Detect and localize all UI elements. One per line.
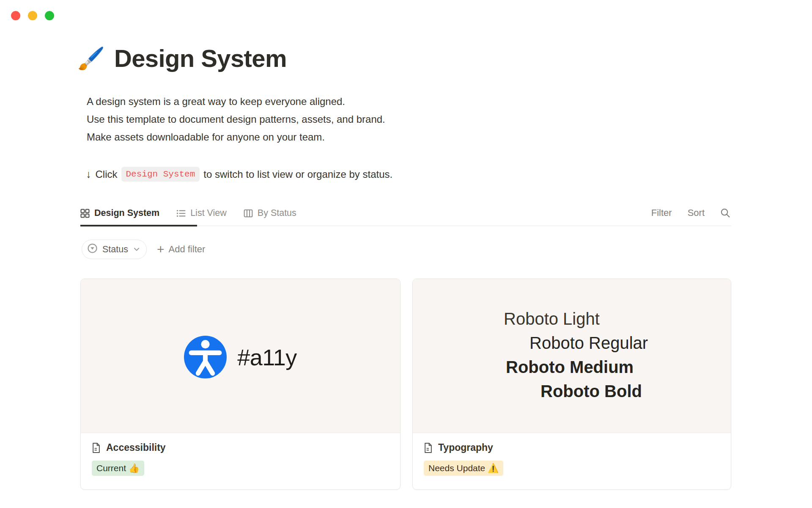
accessibility-icon	[184, 336, 227, 378]
page-document-icon	[92, 442, 101, 453]
card-title: Typography	[438, 442, 493, 453]
tab-label: Design System	[94, 208, 159, 218]
page-header: 🖌️ Design System	[77, 44, 287, 72]
maximize-window-button[interactable]	[45, 11, 54, 20]
page-document-icon	[424, 442, 433, 453]
tab-design-system[interactable]: Design System	[80, 208, 159, 218]
card-title: Accessibility	[106, 442, 166, 453]
description-line: Use this template to document design pat…	[87, 110, 385, 128]
status-badge-needs-update: Needs Update ⚠️	[424, 461, 503, 476]
status-filter-label: Status	[102, 244, 128, 255]
search-icon[interactable]	[720, 208, 730, 218]
status-property-icon	[87, 243, 98, 256]
status-filter-pill[interactable]: Status	[82, 240, 147, 259]
view-tab-bar: Design System List View	[80, 201, 731, 226]
notion-window: 🖌️ Design System A design system is a gr…	[0, 0, 812, 508]
tab-by-status[interactable]: By Status	[244, 208, 296, 218]
tab-list-view[interactable]: List View	[176, 208, 227, 218]
grid-icon	[80, 209, 90, 218]
filter-button[interactable]: Filter	[651, 207, 672, 218]
a11y-hashtag-text: #a11y	[237, 344, 297, 370]
font-sample-light: Roboto Light	[504, 309, 600, 329]
board-icon	[244, 209, 253, 218]
status-badge-current: Current 👍	[92, 461, 144, 476]
page-description: A design system is a great way to keep e…	[87, 93, 385, 146]
add-filter-label: Add filter	[168, 244, 205, 255]
plus-icon: +	[157, 243, 165, 256]
font-sample-medium: Roboto Medium	[506, 357, 634, 377]
card-preview: Roboto Light Roboto Regular Roboto Mediu…	[413, 279, 731, 433]
sort-button[interactable]: Sort	[688, 207, 705, 218]
description-line: A design system is a great way to keep e…	[87, 93, 385, 110]
callout-text-before: Click	[96, 168, 118, 180]
callout-text-after: to switch to list view or organize by st…	[203, 168, 392, 180]
close-window-button[interactable]	[11, 11, 20, 20]
window-controls	[11, 11, 54, 20]
inline-code-chip: Design System	[121, 167, 200, 182]
tab-label: By Status	[258, 208, 296, 218]
card-preview: #a11y	[81, 279, 400, 433]
list-icon	[176, 209, 186, 218]
active-tab-indicator	[80, 225, 197, 226]
gallery-card-accessibility[interactable]: #a11y Accessibility Current 👍	[80, 279, 401, 490]
filter-bar: Status + Add filter	[82, 240, 205, 259]
minimize-window-button[interactable]	[28, 11, 37, 20]
callout-line: ↓ Click Design System to switch to list …	[86, 167, 392, 182]
tab-label: List View	[190, 208, 227, 218]
paintbrush-emoji-icon[interactable]: 🖌️	[77, 47, 105, 69]
add-filter-button[interactable]: + Add filter	[157, 243, 205, 256]
page-title: Design System	[114, 44, 287, 72]
font-sample-regular: Roboto Regular	[529, 333, 648, 353]
description-line: Make assets downloadable for anyone on y…	[87, 128, 385, 146]
font-sample-bold: Roboto Bold	[540, 381, 642, 401]
gallery-card-typography[interactable]: Roboto Light Roboto Regular Roboto Mediu…	[412, 279, 731, 490]
chevron-down-icon	[134, 247, 140, 251]
down-arrow-icon: ↓	[86, 168, 91, 180]
